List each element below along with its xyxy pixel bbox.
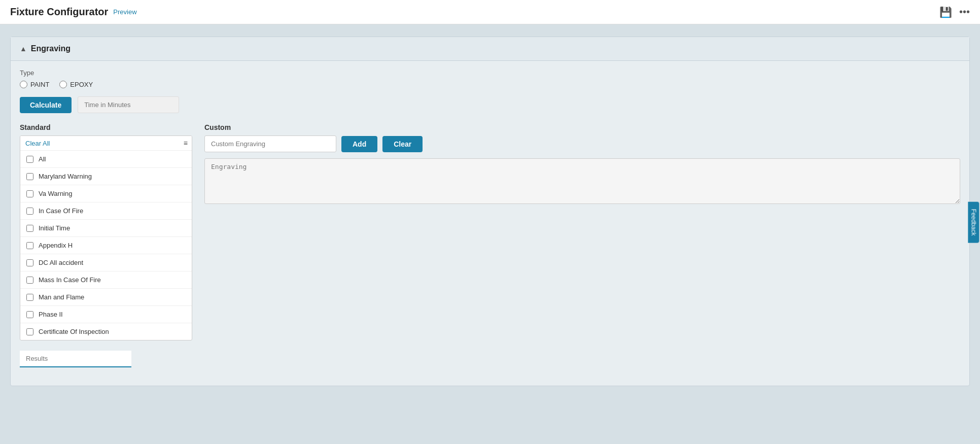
checkbox-item-dc-all-accident[interactable]: DC All accident	[20, 254, 192, 271]
radio-paint-input[interactable]	[20, 81, 27, 88]
engraving-textarea[interactable]	[204, 158, 960, 204]
checkbox-man-and-flame[interactable]	[26, 294, 33, 301]
checkbox-label-certificate-of-inspection[interactable]: Certificate Of Inspection	[39, 328, 109, 335]
clear-button[interactable]: Clear	[382, 136, 423, 152]
checkbox-phase-ii[interactable]	[26, 311, 33, 318]
radio-epoxy-label[interactable]: EPOXY	[70, 81, 93, 88]
radio-epoxy-input[interactable]	[59, 81, 67, 88]
checkbox-label-phase-ii[interactable]: Phase II	[39, 311, 63, 318]
checkbox-item-appendix-h[interactable]: Appendix H	[20, 237, 192, 254]
app-title: Fixture Configurator	[10, 6, 108, 18]
add-button[interactable]: Add	[341, 136, 377, 152]
checkbox-label-dc-all-accident[interactable]: DC All accident	[39, 259, 83, 266]
checkbox-label-all[interactable]: All	[39, 155, 46, 163]
checkbox-certificate-of-inspection[interactable]	[26, 328, 33, 335]
checkbox-mass-in-case-of-fire[interactable]	[26, 277, 33, 284]
clear-all-button[interactable]: Clear All	[25, 140, 50, 147]
custom-section-title: Custom	[204, 123, 960, 131]
checkbox-appendix-h[interactable]	[26, 242, 33, 249]
checkbox-label-maryland-warning[interactable]: Maryland Warning	[39, 173, 92, 180]
two-column-layout: Standard Clear All ≡ AllMaryland Warning…	[20, 123, 960, 340]
checkbox-label-appendix-h[interactable]: Appendix H	[39, 242, 73, 249]
save-icon[interactable]: 💾	[939, 6, 952, 18]
checkbox-initial-time[interactable]	[26, 225, 33, 232]
panel-title: Engraving	[31, 44, 71, 53]
checkbox-item-certificate-of-inspection[interactable]: Certificate Of Inspection	[20, 323, 192, 340]
checkbox-item-initial-time[interactable]: Initial Time	[20, 220, 192, 237]
checkbox-maryland-warning[interactable]	[26, 173, 33, 180]
standard-checkbox-list: Clear All ≡ AllMaryland WarningVa Warnin…	[20, 135, 192, 340]
standard-section: Standard Clear All ≡ AllMaryland Warning…	[20, 123, 192, 340]
engraving-panel: ▲ Engraving Type PAINT EPOXY Calculate	[10, 37, 970, 386]
calculate-button[interactable]: Calculate	[20, 97, 72, 113]
checkbox-item-maryland-warning[interactable]: Maryland Warning	[20, 168, 192, 185]
checkbox-item-va-warning[interactable]: Va Warning	[20, 185, 192, 202]
type-radio-group: PAINT EPOXY	[20, 81, 960, 88]
preview-link[interactable]: Preview	[113, 8, 136, 16]
custom-section: Custom Add Clear	[204, 123, 960, 206]
checkbox-label-va-warning[interactable]: Va Warning	[39, 190, 72, 197]
type-label: Type	[20, 69, 960, 77]
collapse-chevron-icon[interactable]: ▲	[20, 45, 27, 53]
panel-header: ▲ Engraving	[11, 37, 969, 61]
checkbox-item-all[interactable]: All	[20, 151, 192, 168]
checkbox-item-man-and-flame[interactable]: Man and Flame	[20, 289, 192, 306]
checkbox-items-container: AllMaryland WarningVa WarningIn Case Of …	[20, 151, 192, 340]
feedback-tab[interactable]: Feedback	[968, 201, 979, 243]
checkbox-item-in-case-of-fire[interactable]: In Case Of Fire	[20, 202, 192, 220]
checkbox-item-mass-in-case-of-fire[interactable]: Mass In Case Of Fire	[20, 271, 192, 289]
checkbox-label-mass-in-case-of-fire[interactable]: Mass In Case Of Fire	[39, 276, 101, 284]
checkbox-dc-all-accident[interactable]	[26, 259, 33, 266]
results-input[interactable]	[20, 351, 131, 367]
results-row	[20, 351, 960, 367]
custom-input-row: Add Clear	[204, 135, 960, 152]
app-header: Fixture Configurator Preview 💾 •••	[0, 0, 980, 24]
filter-row: Clear All ≡	[20, 136, 192, 151]
checkbox-label-man-and-flame[interactable]: Man and Flame	[39, 293, 84, 301]
checkbox-label-initial-time[interactable]: Initial Time	[39, 224, 70, 232]
checkbox-va-warning[interactable]	[26, 190, 33, 197]
radio-epoxy[interactable]: EPOXY	[59, 81, 93, 88]
checkbox-item-phase-ii[interactable]: Phase II	[20, 306, 192, 323]
calculate-row: Calculate	[20, 96, 960, 113]
checkbox-all[interactable]	[26, 156, 33, 163]
custom-engraving-input[interactable]	[204, 135, 336, 152]
radio-paint-label[interactable]: PAINT	[30, 81, 49, 88]
panel-body: Type PAINT EPOXY Calculate	[11, 61, 969, 375]
header-actions: 💾 •••	[939, 6, 970, 18]
standard-section-title: Standard	[20, 123, 192, 131]
filter-icon[interactable]: ≡	[184, 139, 188, 147]
radio-paint[interactable]: PAINT	[20, 81, 49, 88]
more-options-icon[interactable]: •••	[959, 6, 970, 18]
time-in-minutes-input[interactable]	[78, 96, 179, 113]
checkbox-label-in-case-of-fire[interactable]: In Case Of Fire	[39, 207, 83, 215]
checkbox-in-case-of-fire[interactable]	[26, 208, 33, 215]
main-content: ▲ Engraving Type PAINT EPOXY Calculate	[0, 24, 980, 398]
